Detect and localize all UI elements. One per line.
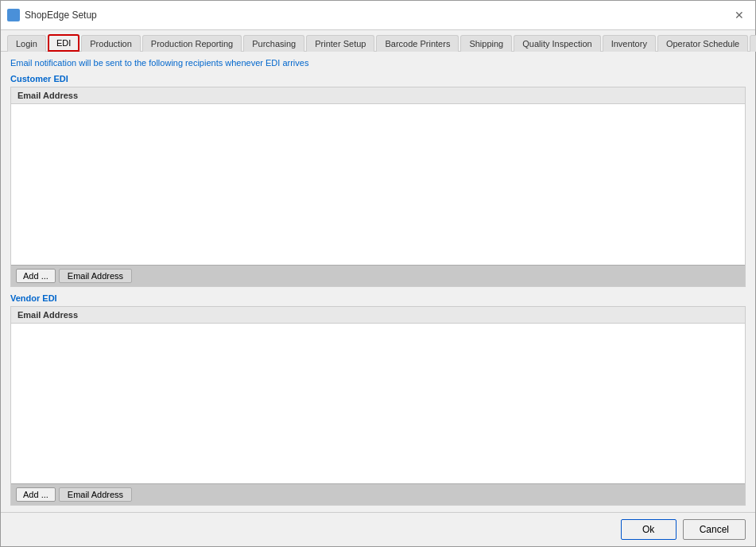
tabs-bar: Login EDI Production Production Reportin… (1, 30, 755, 52)
app-icon (7, 9, 20, 21)
tab-edi[interactable]: EDI (48, 34, 79, 52)
customer-edi-label: Customer EDI (10, 74, 746, 83)
customer-edi-toolbar: Add ... Email Address (11, 265, 745, 286)
sections-area: Customer EDI Email Address Add ... Email… (10, 74, 746, 506)
customer-edi-grid-body (11, 104, 745, 265)
tab-purchasing[interactable]: Purchasing (243, 35, 304, 52)
vendor-edi-label: Vendor EDI (10, 293, 746, 303)
tab-system[interactable]: System (750, 35, 756, 52)
customer-edi-col-button[interactable]: Email Address (59, 269, 132, 283)
vendor-edi-add-button[interactable]: Add ... (16, 487, 56, 502)
window-title: ShopEdge Setup (25, 10, 97, 21)
vendor-edi-grid-header: Email Address (11, 307, 745, 324)
tab-login[interactable]: Login (7, 35, 46, 52)
customer-edi-grid: Email Address Add ... Email Address (10, 87, 746, 287)
vendor-edi-col-button[interactable]: Email Address (59, 487, 132, 502)
tab-barcode-printers[interactable]: Barcode Printers (376, 35, 459, 52)
main-window: ShopEdge Setup ✕ Login EDI Production Pr… (0, 0, 756, 547)
tab-inventory[interactable]: Inventory (603, 35, 656, 52)
tab-production-reporting[interactable]: Production Reporting (142, 35, 242, 52)
tab-quality-inspection[interactable]: Quality Inspection (514, 35, 600, 52)
ok-button[interactable]: Ok (621, 519, 677, 540)
vendor-edi-section: Vendor EDI Email Address Add ... Email A… (10, 293, 746, 506)
customer-edi-grid-header: Email Address (11, 87, 745, 104)
tab-printer-setup[interactable]: Printer Setup (306, 35, 374, 52)
tab-operator-schedule[interactable]: Operator Schedule (657, 35, 748, 52)
customer-edi-add-button[interactable]: Add ... (16, 269, 56, 283)
customer-edi-section: Customer EDI Email Address Add ... Email… (10, 74, 746, 287)
title-bar: ShopEdge Setup ✕ (1, 1, 755, 30)
tab-production[interactable]: Production (81, 35, 141, 52)
content-area: Email notification will be sent to the f… (1, 52, 755, 512)
vendor-edi-grid: Email Address Add ... Email Address (10, 306, 746, 506)
close-button[interactable]: ✕ (730, 6, 749, 25)
vendor-edi-toolbar: Add ... Email Address (11, 483, 745, 505)
footer-bar: Ok Cancel (1, 512, 755, 546)
title-bar-left: ShopEdge Setup (7, 9, 97, 21)
tab-shipping[interactable]: Shipping (460, 35, 512, 52)
vendor-edi-grid-body (11, 324, 745, 484)
notification-text: Email notification will be sent to the f… (10, 58, 746, 68)
cancel-button[interactable]: Cancel (683, 519, 746, 540)
